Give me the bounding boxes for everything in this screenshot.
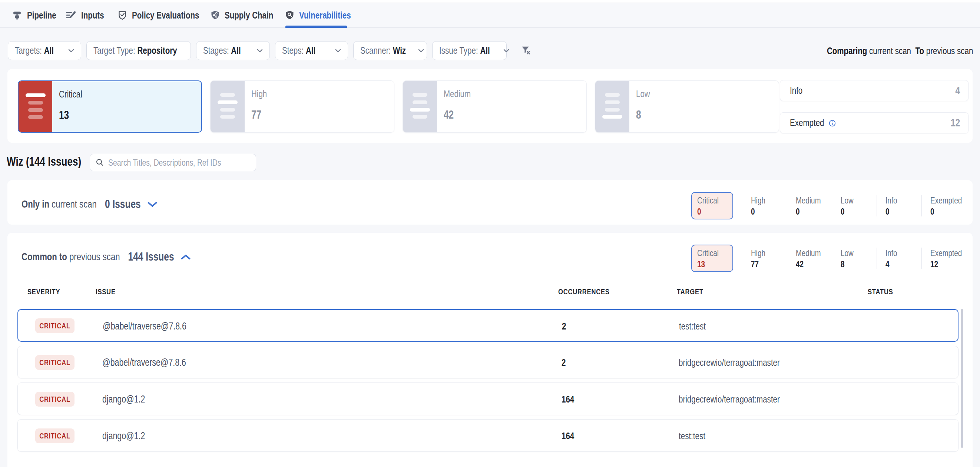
chip-label: Low: [841, 248, 854, 258]
issue-cell: @babel/traverse@7.8.6: [103, 320, 186, 332]
target-cell: bridgecrewio/terragoat:master: [679, 357, 780, 369]
exempted-card[interactable]: Exempted 12: [780, 112, 969, 133]
chip-label: Exempted: [930, 195, 962, 205]
chip-medium[interactable]: Medium 42: [787, 245, 832, 272]
chip-value: 0: [796, 206, 800, 216]
occurrences-cell: 164: [562, 430, 574, 442]
section-title: current scan: [51, 198, 97, 210]
search-box: [90, 154, 256, 171]
filter-bar: Targets: All Target Type: Repository Sta…: [8, 41, 531, 60]
chip-exempted[interactable]: Exempted 12: [921, 245, 966, 272]
severity-badge: CRITICAL: [35, 392, 75, 407]
chip-label: Critical: [697, 248, 719, 258]
exempted-card-count: 12: [951, 117, 960, 129]
column-header-severity: SEVERITY: [27, 287, 60, 297]
severity-chips: Critical 13 High 77 Medium 42 Low 8 Info…: [691, 245, 966, 272]
column-header-issue: ISSUE: [95, 287, 116, 297]
severity-card-label: Medium: [444, 88, 471, 99]
severity-card-count: 8: [636, 108, 641, 122]
severity-card-low[interactable]: Low 8: [595, 80, 779, 133]
scanner-issues-heading: Wiz (144 Issues): [7, 153, 81, 170]
chip-value: 42: [796, 259, 803, 269]
chip-value: 0: [751, 206, 755, 216]
chip-critical[interactable]: Critical 13: [691, 245, 733, 272]
section-title-bold: Only in: [22, 198, 51, 210]
chip-label: Exempted: [930, 248, 962, 258]
filter-value: Repository: [137, 45, 177, 56]
chevron-down-icon: [418, 49, 424, 52]
table-row[interactable]: CRITICAL django@1.2 164 test:test: [18, 419, 958, 452]
section-issue-count: 0 Issues: [105, 197, 141, 211]
chip-high[interactable]: High 77: [742, 245, 787, 272]
filter-label: Targets:: [15, 45, 44, 56]
chip-info[interactable]: Info 4: [877, 245, 921, 272]
occurrences-cell: 164: [562, 393, 574, 405]
chevron-down-icon: [503, 49, 509, 52]
supply-chain-shield-icon: [211, 10, 220, 20]
exempted-card-label: Exempted: [790, 117, 824, 129]
chip-label: Critical: [697, 195, 719, 205]
chip-low[interactable]: Low 0: [832, 192, 877, 219]
chevron-down-icon: [335, 49, 341, 52]
tab-vulnerabilities[interactable]: Vulnerabilities: [285, 3, 347, 27]
severity-badge: CRITICAL: [35, 355, 75, 370]
only-in-current-scan-section: Only in current scan 0 Issues Critical 0…: [7, 180, 973, 225]
severity-badge-label: CRITICAL: [39, 358, 70, 367]
table-row[interactable]: CRITICAL @babel/traverse@7.8.6 2 bridgec…: [18, 346, 958, 378]
chevron-down-icon: [257, 49, 263, 52]
severity-card-count: 77: [251, 108, 261, 122]
chip-label: Low: [841, 195, 854, 205]
chip-low[interactable]: Low 8: [832, 245, 877, 272]
chip-label: Medium: [796, 195, 821, 205]
target-cell: bridgecrewio/terragoat:master: [679, 393, 780, 405]
tab-label: Pipeline: [27, 10, 56, 21]
tab-pipeline[interactable]: Pipeline: [12, 3, 53, 27]
chip-high[interactable]: High 0: [742, 192, 787, 219]
chip-info[interactable]: Info 0: [877, 192, 921, 219]
comparing-to: To: [915, 45, 924, 56]
scrollbar-thumb[interactable]: [961, 309, 963, 448]
table-row[interactable]: CRITICAL django@1.2 164 bridgecrewio/ter…: [18, 383, 958, 415]
window-top-strip: [0, 0, 980, 3]
chip-medium[interactable]: Medium 0: [787, 192, 832, 219]
chevron-down-icon[interactable]: [148, 202, 158, 207]
tab-label: Vulnerabilities: [299, 10, 351, 21]
filter-target-type[interactable]: Target Type: Repository: [86, 41, 191, 60]
target-cell: test:test: [679, 320, 706, 332]
comparing-text: previous scan: [924, 45, 973, 56]
column-header-target: TARGET: [677, 287, 703, 297]
info-card[interactable]: Info 4: [780, 80, 969, 101]
common-to-previous-scan-section: Common to previous scan 144 Issues Criti…: [7, 233, 973, 467]
section-title: previous scan: [69, 251, 120, 263]
severity-card-label: Critical: [59, 89, 82, 100]
tab-supply-chain[interactable]: Supply Chain: [211, 3, 256, 27]
chip-value: 4: [886, 259, 889, 269]
severity-badge-label: CRITICAL: [39, 321, 70, 330]
tab-inputs[interactable]: Inputs: [65, 3, 102, 27]
chip-exempted[interactable]: Exempted 0: [921, 192, 966, 219]
chevron-down-icon: [68, 49, 74, 52]
chip-critical[interactable]: Critical 0: [691, 192, 733, 219]
search-input[interactable]: [108, 157, 261, 168]
chevron-up-icon[interactable]: [181, 254, 191, 260]
severity-badge: CRITICAL: [35, 429, 75, 443]
clear-filters-button[interactable]: [521, 46, 531, 55]
comparing-text: current scan: [867, 45, 915, 56]
medium-severity-icon: [403, 81, 437, 132]
chip-value: 0: [841, 206, 845, 216]
filter-targets[interactable]: Targets: All: [8, 41, 81, 60]
severity-card-count: 42: [444, 108, 454, 122]
filter-issue-type[interactable]: Issue Type: All: [432, 41, 507, 60]
chip-value: 0: [930, 206, 934, 216]
filter-steps[interactable]: Steps: All: [275, 41, 348, 60]
filter-scanner[interactable]: Scanner: Wiz: [353, 41, 427, 60]
tab-policy-evaluations[interactable]: Policy Evaluations: [118, 3, 197, 27]
severity-card-critical[interactable]: Critical 13: [18, 80, 202, 133]
chip-label: High: [751, 248, 765, 258]
severity-cards-panel: Critical 13 High 77 Medium 42 Low 8 Info: [7, 69, 973, 143]
severity-card-medium[interactable]: Medium 42: [402, 80, 587, 133]
severity-card-high[interactable]: High 77: [210, 80, 395, 133]
info-circle-icon[interactable]: [829, 120, 836, 127]
table-row[interactable]: CRITICAL @babel/traverse@7.8.6 2 test:te…: [18, 309, 958, 342]
filter-stages[interactable]: Stages: All: [196, 41, 270, 60]
